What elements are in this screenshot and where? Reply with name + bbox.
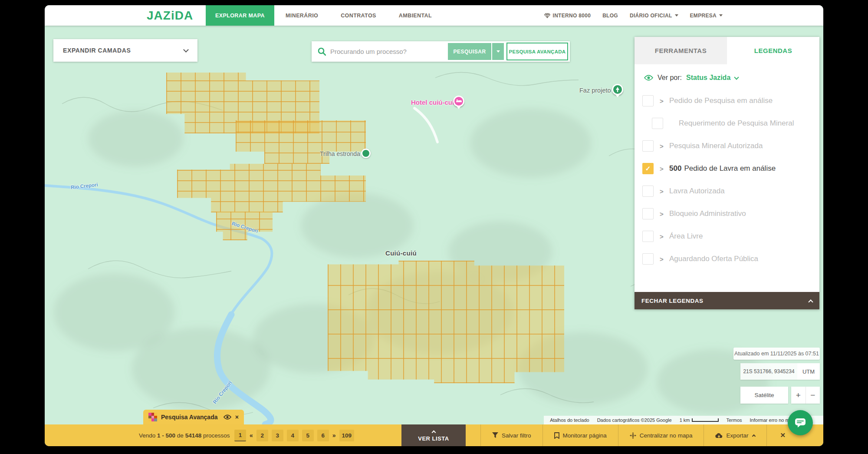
last-updated-badge: Atualizado em 11/11/2025 às 07:51 [733, 348, 820, 360]
page-button-2[interactable]: 2 [256, 430, 268, 441]
nav-right-links: INTERNO 8000 BLOG DIÁRIO OFICIAL EMPRESA [544, 5, 723, 26]
expand-layers-button[interactable]: EXPANDIR CAMADAS [53, 39, 197, 62]
zoom-out-button[interactable]: − [806, 387, 820, 404]
monitor-page-button[interactable]: Monitorar página [543, 424, 618, 446]
town-label: Cuiú-cuiú [385, 249, 417, 257]
center-map-icon [630, 432, 636, 439]
nav-tab-explorar-mapa[interactable]: EXPLORAR MAPA [206, 5, 274, 26]
checkbox-unchecked[interactable] [642, 231, 654, 242]
tab-legendas[interactable]: LEGENDAS [727, 37, 819, 64]
chevron-right-icon[interactable]: > [660, 210, 667, 218]
chevron-right-icon[interactable]: > [660, 142, 667, 150]
results-count-text: Vendo 1 - 500 de 54148 processos [139, 432, 230, 439]
coordinates-bar: 21S 531766, 9345234 UTM [740, 363, 820, 380]
utm-coordinates: 21S 531766, 9345234 [740, 363, 797, 380]
search-icon [318, 47, 326, 56]
page-prev-icon[interactable]: « [250, 432, 253, 439]
hotel-pin-icon[interactable] [453, 96, 464, 107]
checkbox-unchecked[interactable] [642, 140, 654, 152]
claims-cluster-south[interactable] [328, 261, 564, 383]
chevron-right-icon[interactable]: > [660, 165, 667, 172]
bottom-bar-actions: Salvar filtro Monitorar página Centraliz… [480, 424, 799, 446]
terms-link[interactable]: Termos [727, 418, 742, 423]
legend-item-requerimento[interactable]: > Requerimento de Pesquisa Mineral [635, 112, 819, 135]
checkbox-unchecked[interactable] [642, 95, 654, 106]
top-navbar: JAZiDA EXPLORAR MAPA MINERÁRIO CONTRATOS… [45, 5, 823, 26]
checkbox-unchecked[interactable] [642, 186, 654, 197]
satellite-toggle-button[interactable]: Satélite [740, 387, 788, 404]
nav-link-interno[interactable]: INTERNO 8000 [544, 13, 591, 19]
poi-label-hotel: Hotel cuiú-cuiú [411, 99, 458, 106]
legend-item-area-livre[interactable]: > Área Livre [635, 225, 819, 248]
eye-icon [644, 75, 653, 81]
close-legends-button[interactable]: FECHAR LEGENDAS [635, 292, 819, 309]
search-options-caret[interactable] [492, 43, 504, 60]
nav-tab-contratos[interactable]: CONTRATOS [329, 5, 388, 26]
coordinate-unit-toggle[interactable]: UTM [797, 363, 820, 380]
cloud-download-icon [715, 433, 723, 438]
nav-link-empresa[interactable]: EMPRESA [690, 13, 723, 19]
map-scale: 1 km [680, 418, 719, 423]
keyboard-shortcuts-link[interactable]: Atalhos do teclado [550, 418, 589, 423]
search-input[interactable] [330, 48, 448, 55]
view-by-row[interactable]: Ver por: Status Jazida [635, 64, 819, 84]
nav-tab-ambiental[interactable]: AMBIENTAL [388, 5, 443, 26]
save-filter-button[interactable]: Salvar filtro [481, 424, 542, 446]
checkbox-unchecked[interactable] [652, 118, 663, 129]
results-bottom-bar: Vendo 1 - 500 de 54148 processos 1 « 2 3… [45, 424, 823, 446]
layer-thumbnail-icon [148, 413, 157, 421]
legend-item-pedido-lavra[interactable]: ✓ > 500Pedido de Lavra em análise [635, 157, 819, 180]
legend-item-pedido-pesquisa[interactable]: > Pedido de Pesquisa em análise [635, 89, 819, 112]
advanced-search-button[interactable]: PESQUISA AVANÇADA [506, 43, 568, 60]
jazida-logo[interactable]: JAZiDA [147, 5, 193, 26]
chevron-up-icon [808, 299, 813, 304]
chevron-right-icon[interactable]: > [660, 188, 667, 195]
farm-pin-icon[interactable] [612, 84, 623, 95]
chevron-right-icon[interactable]: > [660, 255, 667, 263]
legend-count: 500 [669, 164, 681, 172]
tab-ferramentas[interactable]: FERRAMENTAS [635, 37, 727, 64]
nav-tab-minerario[interactable]: MINERÁRIO [274, 5, 329, 26]
chevron-down-icon [183, 47, 189, 53]
process-search-bar: PESQUISAR PESQUISA AVANÇADA [312, 41, 570, 62]
chevron-right-icon[interactable]: > [660, 97, 667, 105]
trail-marker-icon[interactable] [361, 149, 371, 158]
checkbox-unchecked[interactable] [642, 208, 654, 219]
chat-widget-button[interactable] [788, 410, 813, 435]
center-on-map-button[interactable]: Centralizar no mapa [618, 424, 704, 446]
eye-icon[interactable] [224, 414, 231, 420]
app-window: Hotel cuiú-cuiú Faz projeto Trilha estro… [45, 5, 823, 446]
nav-tabs: EXPLORAR MAPA MINERÁRIO CONTRATOS AMBIEN… [206, 5, 443, 26]
chevron-right-icon[interactable]: > [660, 233, 667, 240]
legend-item-lavra-autorizada[interactable]: > Lavra Autorizada [635, 180, 819, 202]
search-button[interactable]: PESQUISAR [448, 43, 491, 60]
legend-item-bloqueio[interactable]: > Bloqueio Administrativo [635, 202, 819, 225]
legends-panel: FERRAMENTAS LEGENDAS Ver por: Status Jaz… [635, 37, 819, 309]
chevron-up-icon [752, 434, 756, 438]
pagination: 1 « 2 3 4 5 6 » 109 [234, 430, 354, 441]
filter-icon [492, 432, 498, 438]
page-next-icon[interactable]: » [332, 432, 336, 439]
export-button[interactable]: Exportar [704, 424, 766, 446]
advanced-search-results-tab[interactable]: Pesquisa Avançada ... × [143, 410, 244, 424]
page-button-1[interactable]: 1 [234, 430, 246, 441]
chevron-down-icon [719, 14, 723, 17]
page-button-4[interactable]: 4 [287, 430, 299, 441]
page-button-last[interactable]: 109 [339, 430, 355, 441]
nav-link-diario-oficial[interactable]: DIÁRIO OFICIAL [630, 13, 678, 19]
checkbox-checked[interactable]: ✓ [642, 163, 654, 174]
page-button-3[interactable]: 3 [272, 430, 283, 441]
page-button-5[interactable]: 5 [302, 430, 314, 441]
legend-item-pesquisa-autorizada[interactable]: > Pesquisa Mineral Autorizada [635, 135, 819, 157]
view-by-value[interactable]: Status Jazida [686, 74, 730, 82]
nav-link-blog[interactable]: BLOG [602, 13, 618, 19]
page-button-6[interactable]: 6 [317, 430, 329, 441]
checkbox-unchecked[interactable] [642, 253, 654, 265]
close-icon[interactable]: × [235, 414, 239, 421]
map-attribution: Atalhos do teclado Dados cartográficos ©… [544, 416, 823, 424]
zoom-in-button[interactable]: + [791, 387, 806, 404]
poi-label-trail: Trilha estronda [320, 150, 360, 157]
legend-item-oferta-publica[interactable]: > Aguardando Oferta Pública [635, 248, 819, 270]
view-list-button[interactable]: VER LISTA [401, 424, 466, 446]
map-type-zoom-controls: Satélite + − [740, 387, 820, 404]
